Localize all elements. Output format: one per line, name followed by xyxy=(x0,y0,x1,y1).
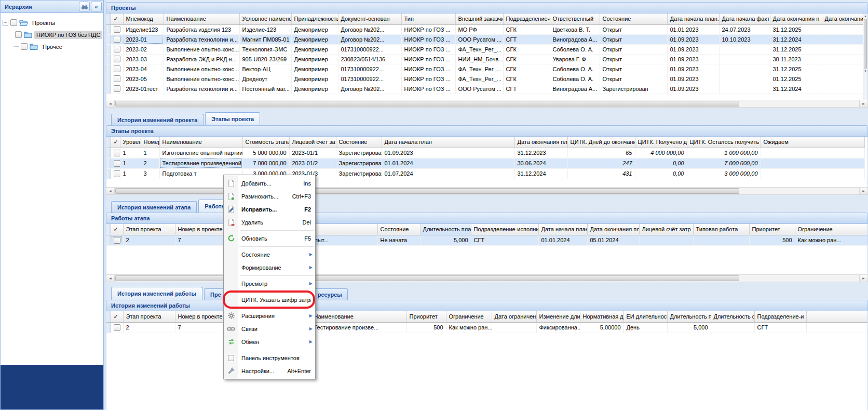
scroll-left-icon[interactable]: ◄ xyxy=(106,275,115,282)
cell[interactable]: 31.12.2024 xyxy=(770,84,822,94)
column-header[interactable]: Дата окончания план xyxy=(587,224,639,235)
cell[interactable]: Соболева О. А. xyxy=(550,44,600,54)
cell[interactable]: 31.12.2025 xyxy=(770,64,822,74)
menu-item[interactable]: Добавить...Ins xyxy=(224,177,315,190)
column-header[interactable]: Внешний заказчик xyxy=(455,14,503,24)
checkbox-cell[interactable] xyxy=(111,168,120,179)
cell[interactable]: Технология-ЭМС xyxy=(239,44,291,54)
cell[interactable] xyxy=(822,44,868,54)
cell[interactable]: 017310000922... xyxy=(338,64,401,74)
scroll-right-icon[interactable]: ► xyxy=(859,275,867,282)
cell[interactable]: 2023-01/2 xyxy=(289,158,336,168)
column-header[interactable]: ✓ xyxy=(111,224,123,235)
cell[interactable]: СГК xyxy=(503,74,550,84)
cell[interactable]: Демопример xyxy=(291,44,338,54)
cell[interactable] xyxy=(806,322,868,333)
menu-item[interactable]: ЦИТК. Указать шифр затрат... xyxy=(224,293,315,306)
cell[interactable]: 31.12.2025 xyxy=(770,24,822,34)
menu-item[interactable]: Панель инструментов xyxy=(224,351,315,364)
cell[interactable]: 01.01.2024 xyxy=(382,158,514,168)
column-header[interactable]: Состояние xyxy=(336,137,382,148)
cell[interactable]: НИИ_НМ_Бочв... xyxy=(455,54,503,64)
column-header[interactable]: Состояние xyxy=(600,14,667,24)
cell[interactable]: Цветкова В. Т. xyxy=(550,24,600,34)
menu-item[interactable]: ОбновитьF5 xyxy=(224,232,315,245)
cell[interactable] xyxy=(822,84,868,94)
cell[interactable]: 500 xyxy=(406,322,446,333)
column-header[interactable]: Дата ограничения xyxy=(492,311,536,322)
column-header[interactable]: Дата начала план. xyxy=(667,14,719,24)
row-checkbox[interactable] xyxy=(114,65,120,72)
cell[interactable]: 01.09.2023 xyxy=(667,54,719,64)
cell[interactable]: 01.12.2025 xyxy=(770,74,822,84)
checkbox-cell[interactable] xyxy=(111,44,123,54)
cell[interactable]: Тестирование произведенной опыт xyxy=(159,158,242,168)
menu-item[interactable]: Просмотр▶ xyxy=(224,277,315,290)
cell[interactable] xyxy=(822,34,868,44)
table-row[interactable]: 2023-05Выполнение опытно-конс...Дредноут… xyxy=(106,74,868,84)
scroll-right-icon[interactable]: ► xyxy=(859,100,867,107)
cell[interactable]: Вектор-АЦ xyxy=(239,64,291,74)
tab[interactable]: История изменений этапа xyxy=(111,201,197,213)
column-header[interactable]: Номер xyxy=(141,137,159,148)
column-header[interactable]: Дата окончания п xyxy=(770,14,822,24)
checkbox-cell[interactable] xyxy=(111,64,123,74)
cell[interactable] xyxy=(719,44,770,54)
cell[interactable]: 01.09.2023 xyxy=(667,74,719,84)
column-header[interactable]: ЦИТК. Получено д/с xyxy=(635,137,687,148)
cell[interactable]: Изделие123 xyxy=(123,24,164,34)
cell[interactable]: День xyxy=(623,322,667,333)
cell[interactable]: Открыт xyxy=(600,24,667,34)
cell[interactable]: 2023-01/1 xyxy=(289,148,336,158)
column-header[interactable]: Подразделение-и xyxy=(754,311,806,322)
tree-checkbox[interactable] xyxy=(10,19,17,26)
cell[interactable]: НИОКР по ГОЗ ... xyxy=(401,24,455,34)
cell[interactable]: ФА_Техн_Рег_... xyxy=(455,74,503,84)
tree-checkbox[interactable] xyxy=(15,31,22,38)
cell[interactable]: ФА_Техн_Рег_... xyxy=(455,64,503,74)
row-checkbox[interactable] xyxy=(114,150,120,156)
column-header[interactable]: Изменение длител xyxy=(536,311,580,322)
cell[interactable]: Демопример xyxy=(291,54,338,64)
column-header[interactable]: Номер в проекте xyxy=(175,224,228,235)
cell[interactable]: 4 000 000,00 xyxy=(635,148,687,158)
tree-node-label[interactable]: НИОКР по ГОЗ без НДС xyxy=(34,31,102,39)
cell[interactable] xyxy=(822,24,868,34)
cell[interactable] xyxy=(719,74,770,84)
tab[interactable]: История изменений работы xyxy=(111,287,202,300)
cell[interactable]: 5,000 xyxy=(667,322,711,333)
row-checkbox[interactable] xyxy=(114,237,120,244)
tree-node[interactable]: Прочее xyxy=(3,41,101,52)
scroll-thumb[interactable] xyxy=(115,188,739,194)
cell[interactable]: Открыт xyxy=(600,44,667,54)
column-header[interactable]: Подразделение-от xyxy=(503,14,550,24)
cell[interactable]: ФА_Техн_Рег_... xyxy=(455,44,503,54)
table-row[interactable]: 12Тестирование произведенной опыт7 000 0… xyxy=(106,158,864,168)
cell[interactable]: Демопример xyxy=(291,84,338,94)
scroll-track[interactable] xyxy=(740,275,859,282)
stages-horizontal-scrollbar[interactable]: ◄ ► xyxy=(106,187,868,195)
column-header[interactable]: Ограничение xyxy=(446,311,492,322)
table-row[interactable]: 11Изготовление опытной партии ПМ0...5 00… xyxy=(106,148,864,158)
table-row[interactable]: 2023-03Разработка ЭКД и РКД н...905-U020… xyxy=(106,54,868,64)
cell[interactable] xyxy=(761,158,864,168)
checkbox-cell[interactable] xyxy=(111,24,123,34)
cell[interactable]: 0,00 xyxy=(635,168,687,179)
cell[interactable]: Дредноут xyxy=(239,74,291,84)
cell[interactable]: Зарегистрирован xyxy=(336,158,382,168)
column-header[interactable]: Нормативная длит xyxy=(580,311,623,322)
row-checkbox[interactable] xyxy=(114,160,120,167)
cell[interactable]: Уварова Г. Ф. xyxy=(550,54,600,64)
scroll-left-icon[interactable]: ◄ xyxy=(106,188,115,194)
cell[interactable]: 7 xyxy=(175,235,228,245)
cell[interactable]: СГК xyxy=(503,44,550,54)
projects-horizontal-scrollbar[interactable]: ◄ ► xyxy=(106,100,868,108)
column-header[interactable]: Уровень xyxy=(120,137,141,148)
cell[interactable]: 30.06.2024 xyxy=(514,158,567,168)
cell[interactable]: Выполнение опытно-конс... xyxy=(164,44,239,54)
cell[interactable]: Демопример xyxy=(291,24,338,34)
cell[interactable]: 017310000922... xyxy=(338,44,401,54)
cell[interactable]: Разработка изделия 123 xyxy=(164,24,239,34)
cell[interactable]: 1 000 000,00 xyxy=(687,148,761,158)
tree-node[interactable]: НИОКР по ГОЗ без НДС xyxy=(3,29,101,41)
